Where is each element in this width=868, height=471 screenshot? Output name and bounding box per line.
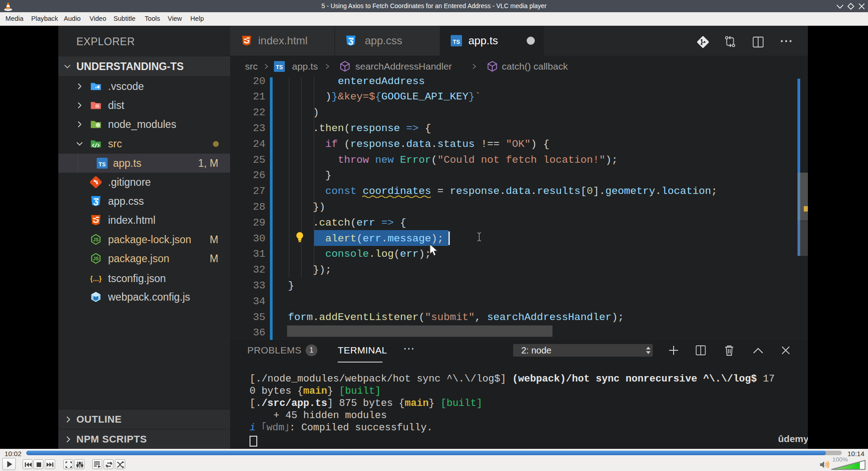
svg-text:TS: TS	[99, 161, 105, 168]
svg-text:JS: JS	[93, 256, 99, 261]
svg-text:{…}: {…}	[90, 275, 101, 283]
svg-text:JS: JS	[93, 237, 99, 242]
svg-text:TS: TS	[276, 64, 283, 71]
svg-text:TS: TS	[453, 39, 460, 45]
